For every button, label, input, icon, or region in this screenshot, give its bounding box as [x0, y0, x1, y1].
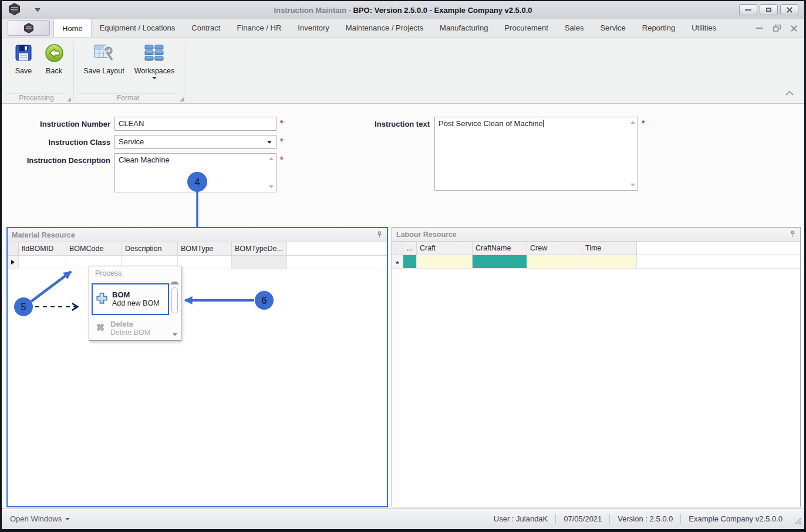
window-title: Instruction Maintain - BPO: Version 2.5.…: [2, 6, 804, 15]
maximize-button[interactable]: [760, 4, 778, 15]
tab-equipment-locations[interactable]: Equipment / Locations: [92, 19, 184, 37]
scroll-up-icon[interactable]: [170, 282, 179, 284]
row-selector-header: [392, 242, 403, 255]
tab-utilities[interactable]: Utilities: [683, 19, 724, 37]
workspaces-button[interactable]: Workspaces: [132, 42, 177, 79]
tab-inventory[interactable]: Inventory: [289, 19, 337, 37]
title-bar: Instruction Maintain - BPO: Version 2.5.…: [2, 1, 804, 19]
scroll-down-icon[interactable]: [173, 333, 177, 336]
menu-item-add-bom[interactable]: BOM Add new BOM: [92, 283, 169, 315]
column-header-ellipsis[interactable]: ...: [403, 242, 417, 255]
menu-item-title: Delete: [110, 320, 150, 328]
labour-resource-panel: Labour Resource ... Craft CraftName Crew…: [392, 227, 801, 507]
instruction-number-input[interactable]: CLEAN: [114, 117, 276, 131]
open-windows-button[interactable]: Open Windows: [10, 514, 70, 523]
new-row-marker: *: [396, 257, 399, 266]
text-caret: [543, 120, 544, 127]
instruction-text-label: Instruction text: [362, 120, 430, 128]
pin-icon[interactable]: [376, 230, 383, 240]
labour-resource-header: Labour Resource: [392, 228, 800, 242]
instruction-description-textarea[interactable]: Clean Machine: [114, 153, 276, 192]
instruction-class-select[interactable]: Service: [114, 135, 276, 149]
cell-fldBOMID[interactable]: [19, 256, 66, 269]
instruction-text-value: Post Service Clean of Machine: [439, 119, 543, 128]
row-selector-header: [8, 242, 19, 255]
ribbon-collapse-icon[interactable]: [784, 89, 795, 99]
tab-home[interactable]: Home: [53, 19, 92, 37]
column-header-BOMCode[interactable]: BOMCode: [66, 242, 122, 255]
menu-item-delete-bom[interactable]: Delete Delete BOM: [95, 318, 168, 339]
open-windows-label: Open Windows: [10, 514, 62, 523]
chevron-down-icon: [65, 518, 70, 520]
instruction-class-label: Instruction Class: [14, 138, 110, 147]
mdi-close-icon[interactable]: [791, 25, 797, 32]
column-header-BOMTypeDe[interactable]: BOMTypeDe...: [232, 242, 287, 255]
mdi-minimize-icon[interactable]: [756, 28, 763, 29]
tab-sales[interactable]: Sales: [557, 19, 592, 37]
cell-Time[interactable]: [582, 255, 637, 268]
ribbon-group-processing: Save Back Processing: [4, 38, 72, 103]
cell-BOMType[interactable]: [178, 256, 232, 269]
column-header-fldBOMID[interactable]: fldBOMID: [19, 242, 66, 255]
scroll-up-icon[interactable]: [630, 121, 635, 124]
tab-service[interactable]: Service: [592, 19, 633, 37]
back-button[interactable]: Back: [42, 42, 66, 75]
ribbon-group-label-processing: Processing: [6, 93, 66, 102]
context-menu-header: Process: [89, 266, 181, 277]
required-asterisk: *: [280, 155, 283, 164]
row-indicator-cell: [8, 256, 19, 269]
window-title-app: Instruction Maintain -: [274, 6, 353, 15]
group-dialog-launcher-icon[interactable]: [180, 97, 184, 101]
cell-Crew[interactable]: [527, 255, 582, 268]
app-logo-icon: [9, 3, 20, 18]
cell-BOMTypeDe[interactable]: [232, 256, 287, 269]
cell-CraftName[interactable]: [473, 255, 527, 268]
tab-finance-hr[interactable]: Finance / HR: [228, 19, 289, 37]
quick-access-dropdown-icon[interactable]: [35, 8, 40, 12]
group-dialog-launcher-icon[interactable]: [67, 97, 71, 101]
column-header-Time[interactable]: Time: [582, 242, 637, 255]
window-title-version: BPO: Version 2.5.0.0 - Example Company v…: [353, 6, 532, 15]
scroll-down-icon[interactable]: [269, 185, 274, 188]
application-menu-button[interactable]: [8, 20, 50, 36]
ribbon-group-format: Save Layout Workspaces Format: [75, 38, 185, 103]
material-grid-row[interactable]: [8, 256, 387, 269]
close-button[interactable]: [780, 4, 798, 15]
current-row-icon: [11, 260, 15, 265]
menu-scrollbar[interactable]: [170, 280, 179, 337]
cell-Craft[interactable]: [417, 255, 473, 268]
instruction-text-textarea[interactable]: Post Service Clean of Machine: [434, 117, 638, 191]
scroll-down-icon[interactable]: [630, 184, 635, 187]
workspaces-dropdown-icon[interactable]: [152, 77, 157, 79]
tab-manufacturing[interactable]: Manufacturing: [431, 19, 496, 37]
required-asterisk: *: [642, 118, 645, 128]
app-window: Instruction Maintain - BPO: Version 2.5.…: [0, 0, 806, 532]
tab-contract[interactable]: Contract: [183, 19, 228, 37]
mdi-restore-icon[interactable]: [773, 25, 781, 32]
status-date: 07/05/2021: [556, 514, 609, 523]
status-company: Example Company v2.5.0.0: [681, 514, 790, 523]
minimize-button[interactable]: [739, 4, 757, 15]
tab-procurement[interactable]: Procurement: [496, 19, 556, 37]
save-button[interactable]: Save: [11, 42, 36, 75]
app-logo-icon: [24, 23, 33, 33]
instruction-number-label: Instruction Number: [14, 120, 110, 128]
column-header-Craft[interactable]: Craft: [417, 242, 473, 255]
cell-ellipsis[interactable]: [403, 255, 417, 268]
scrollbar-thumb[interactable]: [171, 287, 178, 313]
column-header-Crew[interactable]: Crew: [527, 242, 582, 255]
column-header-CraftName[interactable]: CraftName: [473, 242, 527, 255]
tab-reporting[interactable]: Reporting: [634, 19, 683, 37]
labour-grid-new-row[interactable]: *: [392, 255, 800, 269]
new-row-indicator-cell: *: [392, 255, 403, 268]
material-resource-title: Material Resource: [12, 231, 376, 239]
chevron-down-icon[interactable]: [267, 141, 272, 144]
column-header-BOMType[interactable]: BOMType: [178, 242, 232, 255]
save-layout-button[interactable]: Save Layout: [82, 42, 126, 79]
resize-grip-icon[interactable]: [794, 517, 802, 527]
tab-maintenance-projects[interactable]: Maintenance / Projects: [338, 19, 431, 37]
column-header-Description[interactable]: Description: [122, 242, 178, 255]
pin-icon[interactable]: [790, 229, 796, 240]
menu-item-subtitle: Delete BOM: [110, 328, 150, 337]
scroll-up-icon[interactable]: [269, 157, 274, 160]
